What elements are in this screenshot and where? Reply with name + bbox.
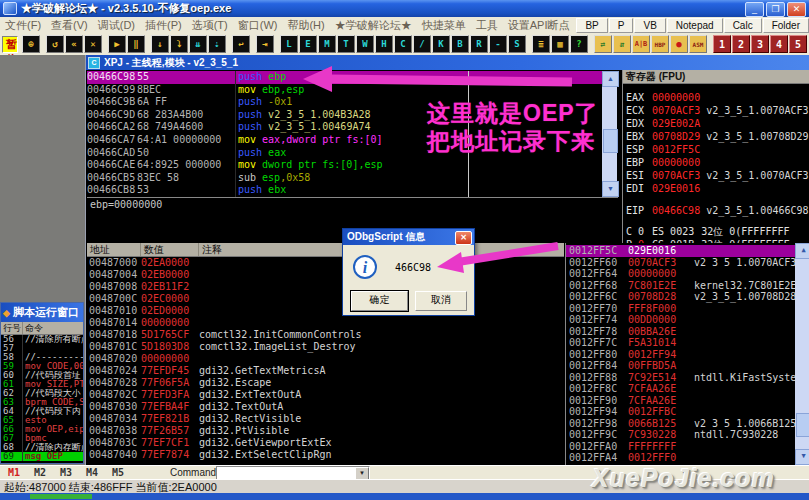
dump-row[interactable]: 0048703C77EF7CF1gdi32.GetViewportExtEx xyxy=(87,437,564,449)
step-over-icon[interactable]: ⤵ xyxy=(170,35,188,53)
close-program-icon[interactable]: ✕ xyxy=(84,35,102,53)
stack-row[interactable]: 0012FF7400DD0000 xyxy=(566,314,795,326)
references-window-icon[interactable]: R xyxy=(470,35,488,53)
dump-header-value[interactable]: 数值 xyxy=(141,243,199,256)
preset-4-button[interactable]: 4 xyxy=(770,35,788,53)
script-row[interactable]: 60//代码段首址 xyxy=(1,371,83,380)
stack-row[interactable]: 0012FF887C92E514ntdll.KiFastSystemCallRe… xyxy=(566,372,795,384)
stack-row[interactable]: 0012FFA0FFFFFFFF xyxy=(566,441,795,453)
script-row[interactable]: 59mov CODE,00 xyxy=(1,362,83,371)
register-row[interactable]: EIP00466C98v2_3_5_1.00466C98 xyxy=(623,204,809,217)
stack-row[interactable]: 0012FF6400000000 xyxy=(566,268,795,280)
script-row[interactable]: 58//----------- xyxy=(1,353,83,362)
script-row[interactable]: 67bpmc xyxy=(1,434,83,443)
stack-row[interactable]: 0012FF907CFAA26E xyxy=(566,395,795,407)
patches-window-icon[interactable]: / xyxy=(413,35,431,53)
stack-row[interactable]: 0012FF980066B125v2_3_5_1.0066B125 xyxy=(566,418,795,430)
dump-row[interactable]: 0048700802EB11F2 xyxy=(87,281,564,293)
script-row[interactable]: 69msg OEP xyxy=(1,452,83,461)
open-file-icon[interactable]: ⊕ xyxy=(22,35,40,53)
dump-pane[interactable]: 地址 数值 注释 0048700002EA00000048700402EB000… xyxy=(87,243,564,464)
call-stack-icon[interactable]: K xyxy=(432,35,450,53)
ab-compare-icon[interactable]: A|B xyxy=(632,35,650,53)
scroll-down-icon[interactable] xyxy=(602,181,619,197)
memory-map-icon[interactable]: ▦ xyxy=(551,35,569,53)
preset-5-button[interactable]: 5 xyxy=(789,35,807,53)
stack-pane[interactable]: 0012FF5C029E00160012FF600070ACF3v2_3_5_1… xyxy=(565,243,809,465)
tab-m4[interactable]: M4 xyxy=(86,467,98,478)
script-row[interactable]: 57 xyxy=(1,344,83,353)
dump-row[interactable]: 0048702000000000 xyxy=(87,353,564,365)
menu-item[interactable]: 文件(F) xyxy=(0,18,46,33)
tab-m3[interactable]: M3 xyxy=(60,467,72,478)
stack-row[interactable]: 0012FF8400FFBD5A xyxy=(566,360,795,372)
dump-row[interactable]: 0048703877F26B57gdi32.PtVisible xyxy=(87,425,564,437)
minimize-button[interactable] xyxy=(745,2,764,17)
stack-row[interactable]: 0012FF687C801E2Ekernel32.7C801E2E xyxy=(566,280,795,292)
register-row[interactable]: EDX029E002A xyxy=(623,117,809,130)
source-window-icon[interactable]: S xyxy=(508,35,526,53)
stack-row[interactable]: 0012FF7800BBA26E xyxy=(566,326,795,338)
handles-window-icon[interactable]: H xyxy=(375,35,393,53)
tab-m5[interactable]: M5 xyxy=(112,467,124,478)
dump-row[interactable]: 0048700C02EC0000 xyxy=(87,293,564,305)
tab-m1[interactable]: M1 xyxy=(8,467,20,478)
dump-row[interactable]: 0048702C77EFD3FAgdi32.ExtTextOutA xyxy=(87,389,564,401)
restart-icon[interactable]: ↺ xyxy=(46,35,64,53)
restore-button[interactable] xyxy=(766,2,785,17)
menu-item[interactable]: 查看(V) xyxy=(46,18,93,33)
dump-row[interactable]: 0048701400000000 xyxy=(87,317,564,329)
stack-scrollbar[interactable] xyxy=(795,243,809,465)
stack-row[interactable]: 0012FF7CF5A31014 xyxy=(566,337,795,349)
scroll-up-icon[interactable] xyxy=(795,243,809,259)
stack-row[interactable]: 0012FF940012FFBC xyxy=(566,406,795,418)
dump-row[interactable]: 0048703077EFBA4Fgdi32.TextOutA xyxy=(87,401,564,413)
step-into-icon[interactable]: ↓ xyxy=(151,35,169,53)
menu-item[interactable]: 设置API断点 xyxy=(503,18,575,33)
quick-button-p[interactable]: P xyxy=(609,18,634,33)
stack-row[interactable]: 0012FF6C00708D28v2_3_5_1.00708D28 xyxy=(566,291,795,303)
watch-list-icon[interactable]: ≣ xyxy=(532,35,550,53)
go-to-icon[interactable]: ⇥ xyxy=(256,35,274,53)
stack-row[interactable]: 0012FFA40012FFF0 xyxy=(566,452,795,464)
stack-row[interactable]: 0012FF5C029E0016 xyxy=(566,245,795,257)
ok-button[interactable]: 确定 xyxy=(351,291,408,311)
script-row[interactable]: 63bprm CODE,S xyxy=(1,398,83,407)
close-button[interactable] xyxy=(787,2,806,17)
preset-3-button[interactable]: 3 xyxy=(751,35,769,53)
script-row[interactable]: 64//代码段下内 xyxy=(1,407,83,416)
quick-button-vb[interactable]: VB xyxy=(634,18,665,33)
cpu-window-titlebar[interactable]: XPJ - 主线程,模块 - v2_3_5_1 xyxy=(86,55,809,70)
help-icon[interactable]: ? xyxy=(570,35,588,53)
execute-till-return-icon[interactable]: ↩ xyxy=(232,35,250,53)
menu-item[interactable]: 调试(D) xyxy=(93,18,140,33)
register-row[interactable]: ESI0070ACF3v2_3_5_1.0070ACF3 xyxy=(623,169,809,182)
memory-window-icon[interactable]: M xyxy=(318,35,336,53)
quick-button-notepad[interactable]: Notepad xyxy=(667,18,723,33)
register-row[interactable]: EDI029E0016 xyxy=(623,182,809,195)
script-row[interactable]: 65esto xyxy=(1,416,83,425)
disasm-row[interactable]: 00466C9855push ebp xyxy=(87,71,618,84)
stack-scroll-thumb[interactable] xyxy=(796,413,809,437)
executables-window-icon[interactable]: E xyxy=(299,35,317,53)
register-row[interactable]: EAX00000000 xyxy=(623,91,809,104)
quick-button-folder[interactable]: Folder xyxy=(763,18,809,33)
dump-row[interactable]: 0048703477EF821Bgdi32.RectVisible xyxy=(87,413,564,425)
dump-row[interactable]: 0048700002EA0000 xyxy=(87,257,564,269)
script-row[interactable]: 68//清除内存断点 xyxy=(1,443,83,452)
script-window-titlebar[interactable]: 脚本运行窗口 xyxy=(1,303,83,322)
dump-row[interactable]: 0048701C5D1803D8comctl32.ImageList_Destr… xyxy=(87,341,564,353)
log-window-icon[interactable]: L xyxy=(280,35,298,53)
run-icon[interactable]: ▶ xyxy=(108,35,126,53)
dump-row[interactable]: 0048704077EF7874gdi32.ExtSelectClipRgn xyxy=(87,449,564,461)
trace-over-icon[interactable]: ⇣ xyxy=(208,35,226,53)
script-row[interactable]: 62//代码段大小 xyxy=(1,389,83,398)
preset-2-button[interactable]: 2 xyxy=(732,35,750,53)
trace-into-icon[interactable]: ⇊ xyxy=(189,35,207,53)
scroll-down-icon[interactable] xyxy=(795,449,809,465)
breakpoints-window-icon[interactable]: B xyxy=(451,35,469,53)
script-row[interactable]: 61mov SIZE,PT xyxy=(1,380,83,389)
dump-row[interactable]: 0048700402EB0000 xyxy=(87,269,564,281)
disasm-row[interactable]: 00466CB583EC 58sub esp,0x58 xyxy=(87,172,618,185)
dialog-titlebar[interactable]: ODbgScript 信息 xyxy=(343,229,474,245)
